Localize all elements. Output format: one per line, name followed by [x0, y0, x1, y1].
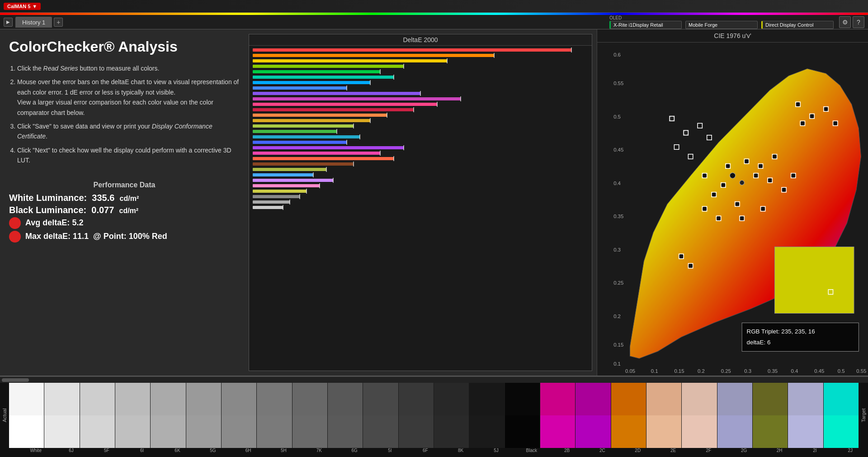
- bar-row: [253, 183, 588, 188]
- cell-label-6f: 6F: [408, 448, 443, 457]
- svg-point-40: [824, 107, 828, 112]
- bar-row: [253, 167, 588, 172]
- actual-cell-5h[interactable]: [257, 383, 292, 415]
- avg-deltae: Avg deltaE: 5.2: [9, 217, 240, 229]
- actual-cell-black[interactable]: [505, 383, 540, 415]
- target-cell-2h[interactable]: [753, 415, 788, 448]
- svg-point-70: [702, 206, 707, 211]
- svg-text:0.6: 0.6: [613, 52, 621, 57]
- svg-text:0.25: 0.25: [613, 280, 623, 286]
- actual-cell-5j[interactable]: [469, 383, 505, 415]
- bar-fill: [253, 162, 354, 166]
- target-cell-5j[interactable]: [469, 415, 505, 448]
- target-cell-5g[interactable]: [186, 415, 222, 448]
- control-selector[interactable]: Direct Display Control: [761, 15, 834, 29]
- deltae-title: DeltaE 2000: [249, 34, 592, 46]
- cell-label-5h: 5H: [266, 448, 301, 457]
- bar-row: [253, 107, 588, 112]
- target-cell-2g[interactable]: [717, 415, 753, 448]
- app-logo[interactable]: CalMAN 5 ▼: [4, 3, 41, 10]
- target-cell-2c[interactable]: [576, 415, 611, 448]
- cie-title: CIE 1976 u'v': [597, 29, 868, 43]
- add-tab-button[interactable]: +: [54, 18, 63, 27]
- svg-point-30: [674, 145, 679, 150]
- actual-cell-5i[interactable]: [363, 383, 398, 415]
- svg-point-58: [758, 164, 763, 169]
- actual-cell-2f[interactable]: [682, 383, 717, 415]
- actual-cell-2c[interactable]: [576, 383, 611, 415]
- actual-cell-2i[interactable]: [788, 383, 823, 415]
- actual-cell-8k[interactable]: [434, 383, 469, 415]
- target-cell-2b[interactable]: [540, 415, 576, 448]
- svg-point-60: [772, 154, 777, 159]
- svg-text:0.45: 0.45: [814, 368, 824, 374]
- probe-select[interactable]: X-Rite i1Display Retail: [609, 21, 682, 29]
- actual-cell-2d[interactable]: [611, 383, 646, 415]
- tab-history1[interactable]: History 1: [15, 17, 52, 28]
- source-selector[interactable]: Mobile Forge: [685, 15, 758, 29]
- target-row: [9, 415, 859, 448]
- cell-label-white: White: [18, 448, 53, 457]
- actual-cell-2g[interactable]: [717, 383, 753, 415]
- actual-cell-white[interactable]: [9, 383, 44, 415]
- actual-cell-6h[interactable]: [222, 383, 257, 415]
- help-icon[interactable]: ?: [853, 16, 864, 28]
- play-button[interactable]: ▶: [4, 18, 13, 27]
- bar-row: [253, 172, 588, 177]
- target-cell-5f[interactable]: [80, 415, 115, 448]
- cell-label-black: Black: [514, 448, 549, 457]
- target-cell-6g[interactable]: [328, 415, 363, 448]
- target-cell-7k[interactable]: [292, 415, 328, 448]
- svg-rect-87: [742, 323, 859, 352]
- actual-cell-6j[interactable]: [44, 383, 80, 415]
- svg-point-72: [716, 216, 721, 221]
- target-cell-6f[interactable]: [399, 415, 434, 448]
- target-cell-6h[interactable]: [222, 415, 257, 448]
- cell-label-5i: 5I: [372, 448, 407, 457]
- actual-cell-6g[interactable]: [328, 383, 363, 415]
- actual-cell-2j[interactable]: [824, 383, 859, 415]
- actual-cell-2b[interactable]: [540, 383, 576, 415]
- bar-fill: [253, 200, 290, 204]
- source-select[interactable]: Mobile Forge: [685, 21, 758, 29]
- settings-icon[interactable]: ⚙: [839, 16, 851, 28]
- actual-cell-6i[interactable]: [115, 383, 151, 415]
- actual-cell-6f[interactable]: [399, 383, 434, 415]
- svg-point-52: [721, 183, 726, 188]
- target-cell-2i[interactable]: [788, 415, 823, 448]
- actual-cell-2e[interactable]: [646, 383, 682, 415]
- target-cell-2e[interactable]: [646, 415, 682, 448]
- target-cell-5i[interactable]: [363, 415, 398, 448]
- target-cell-6j[interactable]: [44, 415, 80, 448]
- svg-text:0.4: 0.4: [613, 181, 621, 186]
- svg-point-80: [791, 173, 796, 178]
- bar-row: [253, 48, 588, 52]
- actual-cell-2h[interactable]: [753, 383, 788, 415]
- target-cell-2f[interactable]: [682, 415, 717, 448]
- scroll-thumb[interactable]: [2, 378, 29, 382]
- target-cell-2j[interactable]: [824, 415, 859, 448]
- horizontal-scrollbar[interactable]: [0, 376, 868, 383]
- target-cell-black[interactable]: [505, 415, 540, 448]
- svg-text:RGB Triplet: 235, 235, 16: RGB Triplet: 235, 235, 16: [746, 328, 815, 335]
- target-cell-5h[interactable]: [257, 415, 292, 448]
- target-cell-2d[interactable]: [611, 415, 646, 448]
- bar-row: [253, 178, 588, 183]
- svg-text:0.35: 0.35: [613, 214, 623, 219]
- actual-cell-6k[interactable]: [151, 383, 186, 415]
- actual-cell-5g[interactable]: [186, 383, 222, 415]
- bar-row: [253, 96, 588, 101]
- svg-point-32: [707, 135, 712, 140]
- bar-row: [253, 69, 588, 74]
- target-cell-white[interactable]: [9, 415, 44, 448]
- bar-row: [253, 75, 588, 80]
- target-cell-6k[interactable]: [151, 415, 186, 448]
- actual-cell-5f[interactable]: [80, 383, 115, 415]
- svg-text:0.3: 0.3: [613, 247, 621, 252]
- control-select[interactable]: Direct Display Control: [761, 21, 834, 29]
- actual-cell-7k[interactable]: [292, 383, 328, 415]
- target-cell-6i[interactable]: [115, 415, 151, 448]
- probe-selector[interactable]: OLED X-Rite i1Display Retail: [609, 15, 682, 29]
- target-cell-8k[interactable]: [434, 415, 469, 448]
- bar-fill: [253, 92, 420, 95]
